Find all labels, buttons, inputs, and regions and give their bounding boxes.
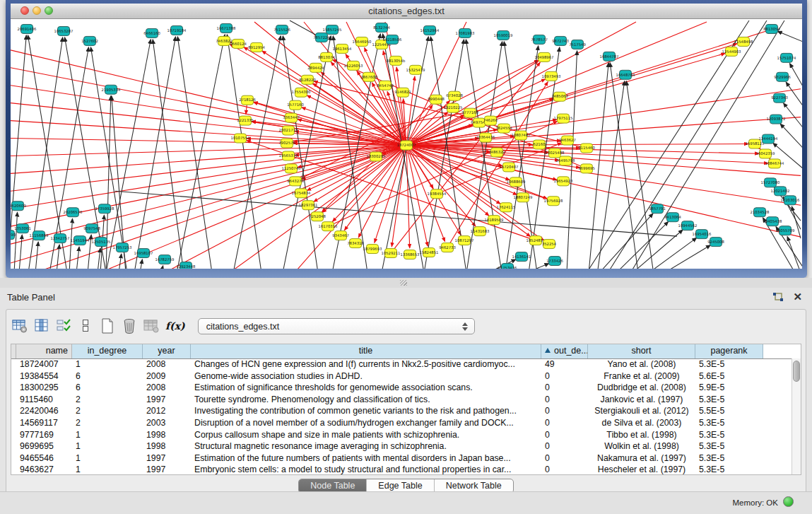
graph-node[interactable]: 62160 (534, 140, 546, 149)
graph-node[interactable]: 9463627 (559, 136, 576, 145)
graph-node[interactable]: 12093872 (767, 115, 786, 124)
graph-node[interactable]: 16042359 (756, 149, 775, 158)
panel-divider[interactable] (0, 278, 812, 288)
graph-node[interactable]: 10688609 (507, 177, 526, 187)
graph-node[interactable]: 11250746 (282, 164, 302, 173)
graph-node[interactable]: 3363447 (283, 113, 300, 122)
graph-node[interactable]: 7834318 (347, 239, 364, 248)
graph-node[interactable]: 1527602 (81, 36, 98, 45)
table-column-icon[interactable] (33, 317, 51, 335)
graph-node[interactable]: 6734028 (446, 91, 463, 100)
column-header-short[interactable]: short (588, 344, 695, 358)
graph-node[interactable]: 8813054b (387, 56, 406, 65)
graph-node[interactable]: 8813054 (763, 24, 780, 33)
graph-node[interactable]: 11451944 (71, 236, 90, 245)
column-stack-icon[interactable] (76, 317, 95, 335)
vertical-scrollbar[interactable] (792, 358, 801, 474)
graph-node[interactable]: 12923448 (177, 262, 196, 269)
graph-node[interactable]: 20691406 (18, 24, 37, 33)
graph-node[interactable]: 3824554 (495, 124, 512, 133)
window-titlebar[interactable]: citations_edges.txt (11, 4, 802, 19)
graph-node[interactable]: 16844787 (600, 52, 619, 61)
table-row[interactable]: 1872400712008Changes of HCN gene express… (11, 358, 792, 370)
graph-node[interactable]: 17957253 (113, 243, 132, 252)
graph-node[interactable]: 9343467 (332, 231, 349, 240)
graph-node[interactable]: 16055709 (776, 226, 795, 235)
table-row[interactable]: 1938455462009Genome-wide association stu… (11, 370, 792, 382)
resize-grip-icon[interactable] (400, 280, 407, 286)
graph-node[interactable]: 1221335 (237, 116, 254, 125)
graph-node[interactable]: 746266 (483, 116, 498, 125)
graph-node[interactable]: 352254 (542, 240, 557, 249)
graph-node[interactable]: 10590019 (494, 30, 513, 40)
column-header-title[interactable]: title (191, 344, 541, 358)
graph-node[interactable]: 15751074 (777, 53, 797, 62)
graph-node[interactable]: 9857791 (649, 204, 666, 214)
graph-node[interactable]: 8813074 (318, 52, 335, 62)
graph-node[interactable]: 9115460 (578, 144, 595, 153)
graph-node[interactable]: 2718126 (239, 95, 256, 105)
graph-node[interactable]: 16646950 (353, 37, 372, 46)
network-canvas[interactable]: 1872400718300295999044867340281921022597… (11, 19, 802, 269)
table-settings-icon[interactable] (11, 317, 29, 335)
graph-node[interactable]: 391590 (11, 230, 16, 240)
graph-node[interactable]: 16954016 (693, 230, 712, 239)
graph-node[interactable]: 1577160 (287, 100, 304, 110)
select-columns-icon[interactable] (54, 317, 73, 335)
graph-node[interactable]: 12342757 (51, 234, 70, 243)
graph-node[interactable]: 9462733 (439, 243, 456, 252)
table-row[interactable]: 1456911722003Disruption of a novel membe… (11, 417, 792, 429)
graph-node[interactable]: 1733426 (546, 257, 563, 266)
graph-node[interactable]: 6466160 (143, 28, 160, 37)
graph-node[interactable]: 8454749 (377, 81, 394, 90)
graph-node[interactable]: 10719184 (167, 25, 187, 35)
graph-node[interactable]: 8413064 (664, 213, 681, 222)
graph-node[interactable]: 9643276 (287, 177, 304, 186)
graph-node[interactable]: 10807487 (512, 131, 531, 140)
table-row[interactable]: 2242004622012Investigating the contribut… (11, 405, 792, 417)
graph-node[interactable]: 16152964 (420, 25, 440, 35)
column-header-name[interactable]: name (16, 344, 72, 358)
graph-node[interactable]: 12544903 (722, 47, 741, 56)
graph-node[interactable]: 9146821 (394, 88, 411, 97)
graph-node[interactable]: 7517549 (569, 40, 586, 49)
graph-node[interactable]: 16782759 (155, 255, 175, 264)
graph-node[interactable]: 7485063 (551, 92, 568, 101)
graph-node[interactable]: 9699695 (578, 164, 595, 173)
graph-node[interactable]: 13368653 (401, 250, 420, 259)
table-row[interactable]: 946554611997Estimation of the future num… (11, 452, 792, 465)
graph-node[interactable]: 9245008 (707, 238, 724, 247)
graph-node[interactable]: 8132744 (373, 23, 390, 32)
graph-node[interactable]: 7252048 (309, 212, 326, 221)
graph-node[interactable]: 9660124 (230, 39, 247, 48)
table-select[interactable]: citations_edges.txt (198, 318, 475, 334)
graph-node[interactable]: 9329966 (774, 72, 791, 81)
graph-node[interactable]: 21753436 (498, 264, 518, 269)
delete-table-icon[interactable] (120, 317, 139, 335)
graph-node[interactable]: 19654923 (554, 177, 573, 186)
table-row[interactable]: 977716911998Corpus callosum shape and si… (11, 429, 792, 441)
table-row[interactable]: 911546021997Tourette syndrome. Phenomeno… (11, 394, 792, 406)
graph-node[interactable]: 18799693 (363, 245, 382, 254)
graph-node[interactable]: 12505135 (92, 238, 111, 247)
graph-node[interactable]: 2867608 (360, 72, 377, 81)
graph-node[interactable]: 10944562 (678, 221, 698, 230)
table-row[interactable]: 1830029562008Estimation of significance … (11, 382, 792, 394)
graph-node[interactable]: 12021402 (771, 187, 790, 196)
function-builder-icon[interactable]: f(x) (165, 320, 185, 332)
graph-node[interactable]: 7857224 (313, 33, 330, 42)
float-panel-icon[interactable] (772, 292, 784, 303)
graph-node[interactable]: 7902575 (278, 139, 295, 148)
graph-node[interactable]: 7515526 (273, 25, 290, 34)
graph-node[interactable]: 9872743 (552, 36, 569, 45)
graph-node[interactable]: 16189509 (485, 216, 504, 225)
graph-node[interactable]: 7678577 (531, 35, 548, 44)
graph-node[interactable]: 15727080 (761, 178, 781, 187)
graph-node[interactable]: 15824851 (420, 248, 439, 257)
network-graph[interactable]: 1872400718300295999044867340281921022597… (11, 19, 802, 269)
column-header-year[interactable]: year (143, 344, 191, 358)
graph-node[interactable]: 8128220 (299, 75, 316, 84)
graph-node[interactable]: 9990448 (428, 95, 445, 104)
column-header-out_de[interactable]: out_de... (541, 344, 588, 358)
graph-node[interactable]: 15226053 (344, 61, 363, 70)
